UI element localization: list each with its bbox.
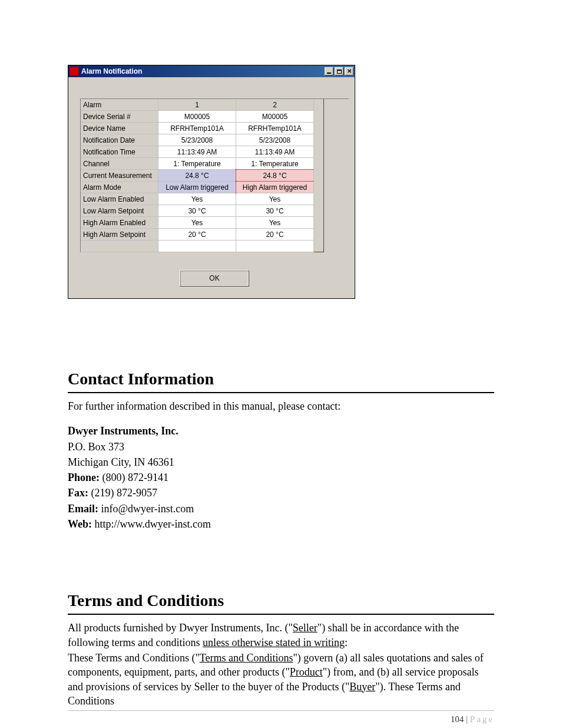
row-header: Low Alarm Setpoint bbox=[81, 205, 158, 217]
footer-sep: | bbox=[464, 714, 470, 724]
row-header: Notification Date bbox=[81, 134, 158, 146]
contact-phone: Phone: (800) 872-9141 bbox=[68, 470, 494, 485]
grid-cell: 20 °C bbox=[158, 229, 236, 241]
terms-body: All products furnished by Dwyer Instrume… bbox=[68, 621, 494, 708]
grid-cell: RFRHTemp101A bbox=[236, 123, 314, 134]
fax-label: Fax: bbox=[68, 487, 88, 499]
section-rule bbox=[68, 392, 494, 393]
grid-cell: 30 °C bbox=[158, 205, 236, 217]
term-tac: Terms and Conditions bbox=[200, 652, 293, 664]
row-header: Notification Time bbox=[81, 146, 158, 158]
page-footer: 104 | Page bbox=[68, 710, 494, 724]
app-icon bbox=[70, 67, 79, 76]
contact-addr2: Michigan City, IN 46361 bbox=[68, 455, 494, 469]
contact-company: Dwyer Instruments, Inc. bbox=[68, 424, 494, 438]
grid-cell-alarm-mode: Low Alarm triggered bbox=[158, 182, 236, 193]
term-seller: Seller bbox=[293, 622, 318, 634]
grid-scrollbar[interactable] bbox=[314, 99, 324, 252]
terms-para: These Terms and Conditions ("Terms and C… bbox=[68, 651, 494, 708]
grid-cell: 30 °C bbox=[236, 205, 314, 217]
row-header-column: Alarm Device Serial # Device Name Notifi… bbox=[81, 99, 158, 252]
phone-value: (800) 872-9141 bbox=[100, 472, 168, 483]
row-header: Device Name bbox=[81, 123, 158, 134]
terms-para: All products furnished by Dwyer Instrume… bbox=[68, 621, 494, 650]
row-header: Alarm Mode bbox=[81, 182, 158, 193]
window-client-area: Alarm Device Serial # Device Name Notifi… bbox=[68, 77, 355, 298]
contact-addr1: P.O. Box 373 bbox=[68, 440, 494, 454]
minimize-button[interactable] bbox=[325, 67, 333, 75]
grid-cell: Yes bbox=[236, 217, 314, 229]
maximize-button[interactable] bbox=[335, 67, 343, 75]
grid-cell-current-measurement: 24.8 °C bbox=[158, 170, 236, 182]
grid-cell: Yes bbox=[236, 193, 314, 205]
contact-web: Web: http://www.dwyer-inst.com bbox=[68, 517, 494, 531]
alarm-column-1: 1 M00005 RFRHTemp101A 5/23/2008 11:13:49… bbox=[158, 99, 236, 252]
col-header: 2 bbox=[236, 99, 314, 111]
grid-cell: M00005 bbox=[158, 111, 236, 123]
grid-cell: 1: Temperature bbox=[158, 158, 236, 170]
row-header: High Alarm Setpoint bbox=[81, 229, 158, 241]
row-header: Alarm bbox=[81, 99, 158, 111]
alarm-column-2: 2 M00005 RFRHTemp101A 5/23/2008 11:13:49… bbox=[236, 99, 314, 252]
empty-cell bbox=[236, 241, 314, 252]
grid-cell-alarm-mode: High Alarm triggered bbox=[236, 182, 314, 193]
web-value: http://www.dwyer-inst.com bbox=[92, 518, 211, 530]
email-value: info@dwyer-inst.com bbox=[98, 503, 194, 515]
col-header: 1 bbox=[158, 99, 236, 111]
grid-cell: 1: Temperature bbox=[236, 158, 314, 170]
minimize-icon bbox=[327, 73, 331, 74]
section-rule bbox=[68, 614, 494, 615]
terms-heading: Terms and Conditions bbox=[68, 591, 494, 610]
grid-cell: 5/23/2008 bbox=[236, 134, 314, 146]
row-header: High Alarm Enabled bbox=[81, 217, 158, 229]
phone-label: Phone: bbox=[68, 472, 100, 483]
grid-cell: Yes bbox=[158, 193, 236, 205]
email-label: Email: bbox=[68, 503, 98, 515]
window-titlebar[interactable]: Alarm Notification ✕ bbox=[68, 65, 355, 77]
grid-cell: 20 °C bbox=[236, 229, 314, 241]
row-header: Channel bbox=[81, 158, 158, 170]
grid-cell-current-measurement: 24.8 °C bbox=[236, 170, 314, 182]
web-label: Web: bbox=[68, 518, 92, 530]
fax-value: (219) 872-9057 bbox=[88, 487, 157, 499]
contact-heading: Contact Information bbox=[68, 370, 494, 388]
close-button[interactable]: ✕ bbox=[345, 67, 353, 75]
empty-cell bbox=[81, 241, 158, 252]
close-icon: ✕ bbox=[347, 68, 352, 74]
row-header: Current Measurement bbox=[81, 170, 158, 182]
grid-cell: RFRHTemp101A bbox=[158, 123, 236, 134]
window-title: Alarm Notification bbox=[81, 67, 323, 75]
contact-body: For further information described in thi… bbox=[68, 399, 494, 531]
term-product: Product bbox=[290, 666, 323, 678]
row-header: Device Serial # bbox=[81, 111, 158, 123]
empty-cell bbox=[158, 241, 236, 252]
alarm-notification-window: Alarm Notification ✕ Alarm Device Serial… bbox=[68, 65, 355, 299]
grid-cell: M00005 bbox=[236, 111, 314, 123]
contact-intro: For further information described in thi… bbox=[68, 399, 494, 413]
grid-cell: 11:13:49 AM bbox=[236, 146, 314, 158]
alarm-grid: Alarm Device Serial # Device Name Notifi… bbox=[80, 98, 349, 252]
page-number: 104 bbox=[451, 714, 464, 724]
grid-cell: Yes bbox=[158, 217, 236, 229]
page-word: Page bbox=[470, 714, 494, 724]
ok-button[interactable]: OK bbox=[180, 270, 249, 286]
row-header: Low Alarm Enabled bbox=[81, 193, 158, 205]
term-unless: unless otherwise stated in writing bbox=[203, 637, 345, 648]
grid-cell: 11:13:49 AM bbox=[158, 146, 236, 158]
contact-fax: Fax: (219) 872-9057 bbox=[68, 486, 494, 500]
term-buyer: Buyer bbox=[349, 681, 375, 693]
contact-email: Email: info@dwyer-inst.com bbox=[68, 502, 494, 516]
maximize-icon bbox=[337, 70, 342, 74]
grid-cell: 5/23/2008 bbox=[158, 134, 236, 146]
